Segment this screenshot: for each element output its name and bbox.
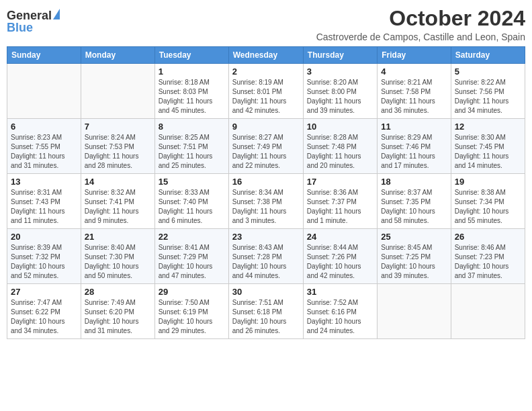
day-number: 11 — [381, 122, 447, 132]
sunrise-text: Sunrise: 8:18 AM — [159, 78, 225, 87]
day-number: 18 — [381, 177, 447, 187]
calendar-cell: 15Sunrise: 8:33 AMSunset: 7:40 PMDayligh… — [154, 174, 228, 229]
daylight-text-1: Daylight: 10 hours — [455, 207, 521, 216]
daylight-text-1: Daylight: 10 hours — [232, 317, 300, 326]
calendar-cell: 7Sunrise: 8:24 AMSunset: 7:53 PMDaylight… — [81, 119, 154, 174]
day-number: 28 — [85, 287, 151, 297]
daylight-text-2: and 1 minute. — [307, 216, 373, 226]
daylight-text-1: Daylight: 11 hours — [381, 152, 447, 161]
calendar-cell: 1Sunrise: 8:18 AMSunset: 8:03 PMDaylight… — [154, 64, 228, 119]
calendar-cell: 16Sunrise: 8:34 AMSunset: 7:38 PMDayligh… — [228, 174, 303, 229]
calendar-cell: 28Sunrise: 7:49 AMSunset: 6:20 PMDayligh… — [81, 284, 154, 339]
day-info: Sunrise: 8:33 AMSunset: 7:40 PMDaylight:… — [159, 188, 225, 226]
weekday-header-monday: Monday — [81, 47, 154, 64]
day-info: Sunrise: 8:39 AMSunset: 7:32 PMDaylight:… — [11, 243, 77, 281]
daylight-text-1: Daylight: 10 hours — [159, 317, 225, 326]
calendar-cell: 20Sunrise: 8:39 AMSunset: 7:32 PMDayligh… — [7, 229, 81, 284]
day-number: 10 — [307, 122, 373, 132]
logo-general-text: General — [7, 9, 52, 21]
week-row-3: 13Sunrise: 8:31 AMSunset: 7:43 PMDayligh… — [7, 174, 525, 229]
sunrise-text: Sunrise: 8:33 AM — [159, 188, 225, 197]
daylight-text-2: and 39 minutes. — [381, 271, 447, 281]
day-number: 19 — [455, 177, 521, 187]
day-info: Sunrise: 8:34 AMSunset: 7:38 PMDaylight:… — [232, 188, 300, 226]
calendar-cell: 5Sunrise: 8:22 AMSunset: 7:56 PMDaylight… — [451, 64, 525, 119]
calendar-cell: 4Sunrise: 8:21 AMSunset: 7:58 PMDaylight… — [378, 64, 451, 119]
sunrise-text: Sunrise: 7:49 AM — [85, 298, 151, 308]
weekday-header-friday: Friday — [378, 47, 451, 64]
sunset-text: Sunset: 7:46 PM — [381, 142, 447, 152]
daylight-text-2: and 25 minutes. — [159, 161, 225, 171]
calendar-cell: 22Sunrise: 8:41 AMSunset: 7:29 PMDayligh… — [154, 229, 228, 284]
sunset-text: Sunset: 7:49 PM — [232, 142, 300, 152]
day-number: 23 — [232, 232, 300, 242]
logo: General Blue — [7, 9, 60, 34]
location-title: Castroverde de Campos, Castille and Leon… — [316, 32, 525, 42]
day-info: Sunrise: 8:25 AMSunset: 7:51 PMDaylight:… — [159, 133, 225, 171]
title-area: October 2024 Castroverde de Campos, Cast… — [316, 7, 525, 42]
sunset-text: Sunset: 7:41 PM — [85, 197, 151, 207]
day-info: Sunrise: 8:32 AMSunset: 7:41 PMDaylight:… — [85, 188, 151, 226]
sunset-text: Sunset: 7:35 PM — [381, 197, 447, 207]
calendar-cell: 30Sunrise: 7:51 AMSunset: 6:18 PMDayligh… — [228, 284, 303, 339]
week-row-1: 1Sunrise: 8:18 AMSunset: 8:03 PMDaylight… — [7, 64, 525, 119]
daylight-text-2: and 55 minutes. — [455, 216, 521, 226]
weekday-header-thursday: Thursday — [303, 47, 377, 64]
sunset-text: Sunset: 7:23 PM — [455, 253, 521, 262]
day-info: Sunrise: 7:52 AMSunset: 6:16 PMDaylight:… — [307, 298, 373, 336]
weekday-header-sunday: Sunday — [7, 47, 81, 64]
day-info: Sunrise: 8:38 AMSunset: 7:34 PMDaylight:… — [455, 188, 521, 226]
day-number: 30 — [232, 287, 300, 297]
week-row-5: 27Sunrise: 7:47 AMSunset: 6:22 PMDayligh… — [7, 284, 525, 339]
daylight-text-1: Daylight: 11 hours — [159, 97, 225, 106]
daylight-text-1: Daylight: 10 hours — [455, 262, 521, 271]
calendar-cell: 14Sunrise: 8:32 AMSunset: 7:41 PMDayligh… — [81, 174, 154, 229]
daylight-text-2: and 17 minutes. — [381, 161, 447, 171]
sunset-text: Sunset: 7:30 PM — [85, 253, 151, 262]
day-info: Sunrise: 8:21 AMSunset: 7:58 PMDaylight:… — [381, 78, 447, 116]
daylight-text-2: and 37 minutes. — [455, 271, 521, 281]
calendar-cell: 18Sunrise: 8:37 AMSunset: 7:35 PMDayligh… — [378, 174, 451, 229]
sunset-text: Sunset: 7:28 PM — [232, 253, 300, 262]
daylight-text-1: Daylight: 11 hours — [232, 97, 300, 106]
daylight-text-1: Daylight: 11 hours — [11, 207, 77, 216]
sunset-text: Sunset: 6:20 PM — [85, 308, 151, 317]
day-info: Sunrise: 8:36 AMSunset: 7:37 PMDaylight:… — [307, 188, 373, 226]
day-info: Sunrise: 7:50 AMSunset: 6:19 PMDaylight:… — [159, 298, 225, 336]
day-info: Sunrise: 8:41 AMSunset: 7:29 PMDaylight:… — [159, 243, 225, 281]
calendar-cell: 8Sunrise: 8:25 AMSunset: 7:51 PMDaylight… — [154, 119, 228, 174]
sunrise-text: Sunrise: 8:28 AM — [307, 133, 373, 142]
daylight-text-2: and 14 minutes. — [455, 161, 521, 171]
day-number: 9 — [232, 122, 300, 132]
daylight-text-1: Daylight: 10 hours — [159, 262, 225, 271]
daylight-text-1: Daylight: 11 hours — [85, 207, 151, 216]
sunset-text: Sunset: 7:53 PM — [85, 142, 151, 152]
calendar-cell — [81, 64, 154, 119]
daylight-text-1: Daylight: 10 hours — [11, 317, 77, 326]
sunset-text: Sunset: 7:51 PM — [159, 142, 225, 152]
day-number: 8 — [159, 122, 225, 132]
calendar-cell: 25Sunrise: 8:45 AMSunset: 7:25 PMDayligh… — [378, 229, 451, 284]
sunset-text: Sunset: 8:01 PM — [232, 87, 300, 97]
sunset-text: Sunset: 6:19 PM — [159, 308, 225, 317]
sunrise-text: Sunrise: 8:23 AM — [11, 133, 77, 142]
sunset-text: Sunset: 7:43 PM — [11, 197, 77, 207]
week-row-2: 6Sunrise: 8:23 AMSunset: 7:55 PMDaylight… — [7, 119, 525, 174]
daylight-text-2: and 11 minutes. — [11, 216, 77, 226]
sunset-text: Sunset: 7:25 PM — [381, 253, 447, 262]
daylight-text-1: Daylight: 11 hours — [232, 152, 300, 161]
sunrise-text: Sunrise: 8:32 AM — [85, 188, 151, 197]
sunset-text: Sunset: 7:55 PM — [11, 142, 77, 152]
sunrise-text: Sunrise: 8:36 AM — [307, 188, 373, 197]
sunset-text: Sunset: 7:37 PM — [307, 197, 373, 207]
day-info: Sunrise: 8:27 AMSunset: 7:49 PMDaylight:… — [232, 133, 300, 171]
sunrise-text: Sunrise: 8:24 AM — [85, 133, 151, 142]
sunset-text: Sunset: 7:26 PM — [307, 253, 373, 262]
daylight-text-1: Daylight: 11 hours — [455, 97, 521, 106]
daylight-text-2: and 45 minutes. — [159, 106, 225, 116]
sunrise-text: Sunrise: 8:31 AM — [11, 188, 77, 197]
calendar-cell: 19Sunrise: 8:38 AMSunset: 7:34 PMDayligh… — [451, 174, 525, 229]
calendar-cell: 6Sunrise: 8:23 AMSunset: 7:55 PMDaylight… — [7, 119, 81, 174]
weekday-header-saturday: Saturday — [451, 47, 525, 64]
day-number: 21 — [85, 232, 151, 242]
